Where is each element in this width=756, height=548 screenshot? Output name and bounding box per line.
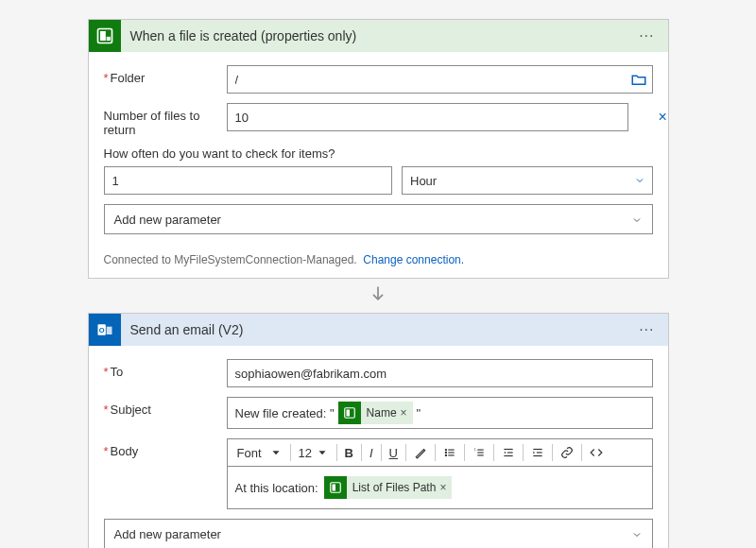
bold-button[interactable]: B [341, 442, 357, 463]
to-label: To [104, 359, 227, 379]
add-parameter-label: Add new parameter [114, 213, 221, 227]
svg-point-12 [445, 452, 446, 453]
color-button[interactable] [410, 442, 431, 463]
bullet-list-button[interactable] [439, 442, 460, 463]
filesystem-icon [89, 20, 121, 52]
svg-text:O: O [98, 326, 104, 334]
chevron-down-icon [631, 214, 643, 226]
add-parameter-dropdown[interactable]: Add new parameter [104, 519, 653, 548]
trigger-card: When a file is created (properties only)… [88, 19, 669, 279]
chevron-down-icon [634, 175, 645, 186]
action-body: To Subject New file created: " Name × " … [89, 346, 668, 548]
body-label: Body [104, 438, 227, 458]
rich-text-toolbar: Font 12 B I U 1 [227, 438, 653, 467]
svg-rect-2 [106, 37, 110, 41]
filesystem-icon [338, 402, 361, 424]
add-parameter-label: Add new parameter [114, 527, 221, 541]
interval-input[interactable] [104, 166, 393, 195]
change-connection-link[interactable]: Change connection. [363, 253, 464, 266]
trigger-header[interactable]: When a file is created (properties only)… [89, 20, 668, 52]
outlook-icon: O [89, 314, 121, 346]
more-icon[interactable]: ··· [635, 321, 658, 338]
remove-token-icon[interactable]: × [439, 481, 446, 494]
chevron-down-icon [631, 529, 643, 540]
fontsize-picker[interactable]: 12 [295, 442, 333, 463]
dynamic-token-path[interactable]: List of Files Path × [324, 476, 453, 499]
remove-token-icon[interactable]: × [401, 406, 407, 420]
folder-label: Folder [104, 65, 227, 85]
trigger-body: Folder Number of files to return × How o… [89, 52, 668, 244]
underline-button[interactable]: U [386, 442, 402, 463]
font-picker[interactable]: Font [233, 442, 286, 463]
action-card: O Send an email (V2) ··· To Subject New … [88, 313, 669, 548]
svg-point-14 [445, 454, 446, 455]
svg-point-10 [445, 450, 446, 451]
svg-rect-7 [346, 410, 350, 417]
svg-marker-23 [504, 452, 506, 454]
action-title: Send an email (V2) [130, 322, 636, 337]
svg-marker-8 [272, 451, 279, 454]
code-view-button[interactable] [586, 442, 607, 463]
number-list-button[interactable]: 1 [469, 442, 490, 463]
frequency-select[interactable] [402, 166, 653, 195]
to-input[interactable] [227, 359, 653, 387]
italic-button[interactable]: I [366, 442, 377, 463]
clear-icon[interactable]: × [659, 109, 676, 126]
filesystem-icon [324, 476, 347, 499]
indent-button[interactable] [527, 442, 548, 463]
outdent-button[interactable] [498, 442, 519, 463]
subject-label: Subject [104, 397, 227, 417]
svg-text:1: 1 [474, 448, 476, 452]
numfiles-label: Number of files to return [104, 103, 227, 137]
numfiles-input[interactable] [227, 103, 628, 131]
svg-rect-1 [100, 31, 106, 41]
folder-picker-icon[interactable] [630, 71, 647, 88]
folder-input[interactable] [227, 65, 653, 94]
dynamic-token-name[interactable]: Name × [338, 402, 413, 424]
trigger-title: When a file is created (properties only) [130, 28, 636, 43]
body-input[interactable]: At this location: List of Files Path × [227, 467, 653, 509]
add-parameter-dropdown[interactable]: Add new parameter [104, 204, 653, 234]
svg-rect-29 [332, 485, 335, 491]
svg-marker-9 [318, 451, 325, 454]
subject-input[interactable]: New file created: " Name × " [227, 397, 653, 429]
link-button[interactable] [557, 442, 577, 463]
flow-arrow-icon [369, 284, 387, 307]
action-header[interactable]: O Send an email (V2) ··· [89, 314, 668, 346]
more-icon[interactable]: ··· [635, 27, 658, 44]
svg-marker-27 [533, 452, 535, 454]
trigger-footer: Connected to MyFileSystemConnection-Mana… [89, 244, 668, 278]
poll-question: How often do you want to check for items… [104, 146, 653, 161]
